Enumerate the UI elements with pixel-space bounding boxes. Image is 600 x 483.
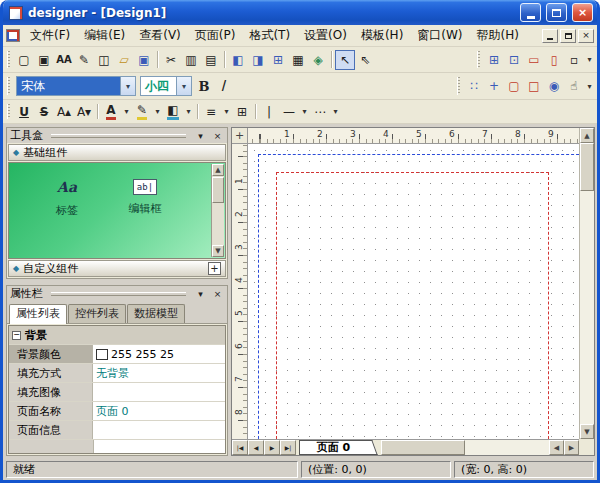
toolbox-close-button[interactable]: ×	[211, 130, 224, 142]
toolbox-section-custom[interactable]: ◆ 自定义组件 +	[8, 260, 226, 277]
scroll-up-button[interactable]: ▲	[580, 128, 594, 143]
layout-grid-button[interactable]: ⊞	[268, 50, 288, 70]
print-button[interactable]: ▦	[288, 50, 308, 70]
ruler-origin-button[interactable]: +	[232, 128, 248, 144]
menu-format[interactable]: 格式(T)	[242, 25, 297, 46]
layout-left-button[interactable]: ◧	[228, 50, 248, 70]
property-value[interactable]	[93, 383, 225, 401]
property-row-background-color[interactable]: 背景颜色 255 255 25	[9, 345, 225, 364]
mdi-minimize-button[interactable]	[542, 29, 558, 43]
properties-menu-button[interactable]: ▾	[194, 288, 207, 300]
toolbar-grip[interactable]	[7, 77, 10, 95]
design-canvas[interactable]	[248, 144, 579, 439]
scroll-right-button[interactable]: ▶	[564, 440, 579, 455]
first-page-button[interactable]: |◀	[232, 440, 248, 455]
mdi-close-button[interactable]: ×	[578, 29, 594, 43]
scroll-left-button[interactable]: ◀	[549, 440, 564, 455]
snap-grid-button[interactable]: +	[484, 76, 504, 96]
toolbar-grip[interactable]	[477, 51, 480, 68]
layout-right-button[interactable]: ◨	[248, 50, 268, 70]
vertical-scrollbar[interactable]: ▲ ▼	[579, 128, 594, 439]
horizontal-scroll-track[interactable]	[381, 440, 549, 455]
font-size-combo[interactable]: 小四 ▾	[140, 76, 192, 96]
properties-header[interactable]: 属性栏 ▾ ×	[7, 286, 227, 301]
margins-button[interactable]: ▯	[544, 50, 564, 70]
toolbar-overflow-button[interactable]: ▾	[584, 76, 595, 96]
object-frame-button[interactable]: ◉	[544, 76, 564, 96]
pan-button[interactable]: ☝	[564, 76, 584, 96]
grow-font-button[interactable]: A▴	[54, 102, 74, 122]
scroll-thumb[interactable]	[381, 440, 465, 455]
font-name-combo[interactable]: 宋体 ▾	[16, 76, 136, 96]
scroll-track[interactable]	[212, 176, 224, 245]
add-component-button[interactable]: +	[208, 262, 221, 275]
property-value[interactable]	[93, 421, 225, 439]
menu-window[interactable]: 窗口(W)	[410, 25, 469, 46]
margin-frame-button[interactable]: □	[524, 76, 544, 96]
menu-help[interactable]: 帮助(H)	[470, 25, 526, 46]
mdi-restore-button[interactable]	[560, 29, 576, 43]
page-tab[interactable]: 页面 0	[299, 440, 367, 455]
fonts-button[interactable]: AA	[54, 50, 74, 70]
component-editbox-item[interactable]: ab| 编辑框	[113, 177, 177, 216]
grid-toggle-button[interactable]: ⊞	[484, 50, 504, 70]
property-group-background[interactable]: − 背景	[9, 326, 225, 345]
toolbar-grip[interactable]	[7, 104, 10, 119]
guides-button[interactable]: ⊡	[504, 50, 524, 70]
menu-file[interactable]: 文件(F)	[23, 25, 77, 46]
cut-button[interactable]: ✂	[161, 50, 181, 70]
vertical-line-button[interactable]: |	[259, 102, 279, 122]
prev-page-button[interactable]: ◀	[248, 440, 264, 455]
tab-property-list[interactable]: 属性列表	[9, 304, 67, 324]
highlight-dropdown[interactable]: ▾	[152, 102, 163, 122]
menu-page[interactable]: 页面(P)	[188, 25, 243, 46]
toolbar-overflow-button[interactable]: ▾	[584, 50, 595, 70]
borders-button[interactable]: ⊞	[232, 102, 252, 122]
tab-control-list[interactable]: 控件列表	[68, 304, 126, 323]
window-restore-button[interactable]	[546, 3, 567, 22]
snap-button[interactable]: ▫	[564, 50, 584, 70]
dash-style-button[interactable]: —	[279, 102, 299, 122]
copy-button[interactable]: ▥	[181, 50, 201, 70]
edit-button[interactable]: ✎	[74, 50, 94, 70]
component-label-item[interactable]: Aa 标签	[35, 177, 99, 218]
property-row-fill-mode[interactable]: 填充方式 无背景	[9, 364, 225, 383]
toolbar-grip[interactable]	[457, 77, 460, 95]
toolbox-scrollbar[interactable]: ▲ ▼	[211, 164, 224, 257]
panel-grip[interactable]	[51, 292, 186, 296]
property-value[interactable]: 无背景	[93, 364, 225, 382]
toolbox-header[interactable]: 工具盒 ▾ ×	[7, 128, 227, 143]
scroll-down-button[interactable]: ▼	[580, 424, 594, 439]
scroll-thumb[interactable]	[580, 143, 594, 191]
menu-settings[interactable]: 设置(O)	[297, 25, 354, 46]
underline-button[interactable]: U	[14, 102, 34, 122]
tab-data-model[interactable]: 数据模型	[127, 304, 185, 323]
new-form-button[interactable]: ▣	[34, 50, 54, 70]
pick-tool-button[interactable]: ⇖	[355, 50, 375, 70]
collapse-icon[interactable]: −	[12, 331, 21, 340]
bold-button[interactable]: B	[194, 76, 214, 96]
select-tool-button[interactable]: ↖	[335, 50, 355, 70]
font-name-dropdown-button[interactable]: ▾	[120, 77, 135, 95]
components-button[interactable]: ◈	[308, 50, 328, 70]
window-minimize-button[interactable]	[520, 3, 541, 22]
save-button[interactable]: ▣	[134, 50, 154, 70]
dots-style-button[interactable]: ⋯	[310, 102, 330, 122]
italic-button[interactable]: /	[214, 76, 234, 96]
property-value[interactable]: 页面 0	[93, 402, 225, 420]
line-style-button[interactable]: ≡	[201, 102, 221, 122]
print-preview-button[interactable]: ◫	[94, 50, 114, 70]
property-row-page-info[interactable]: 页面信息	[9, 421, 225, 440]
color-swatch[interactable]	[96, 349, 108, 360]
dot-grid-button[interactable]: ∷	[464, 76, 484, 96]
fill-color-dropdown[interactable]: ▾	[183, 102, 194, 122]
dots-style-dropdown[interactable]: ▾	[330, 102, 341, 122]
new-document-button[interactable]: ▢	[14, 50, 34, 70]
menu-view[interactable]: 查看(V)	[132, 25, 188, 46]
font-color-button[interactable]: A	[101, 102, 121, 122]
paste-button[interactable]: ▤	[201, 50, 221, 70]
page-border-button[interactable]: ▭	[524, 50, 544, 70]
menu-template[interactable]: 模板(H)	[354, 25, 410, 46]
property-row-page-name[interactable]: 页面名称 页面 0	[9, 402, 225, 421]
highlight-button[interactable]: ✎	[132, 102, 152, 122]
